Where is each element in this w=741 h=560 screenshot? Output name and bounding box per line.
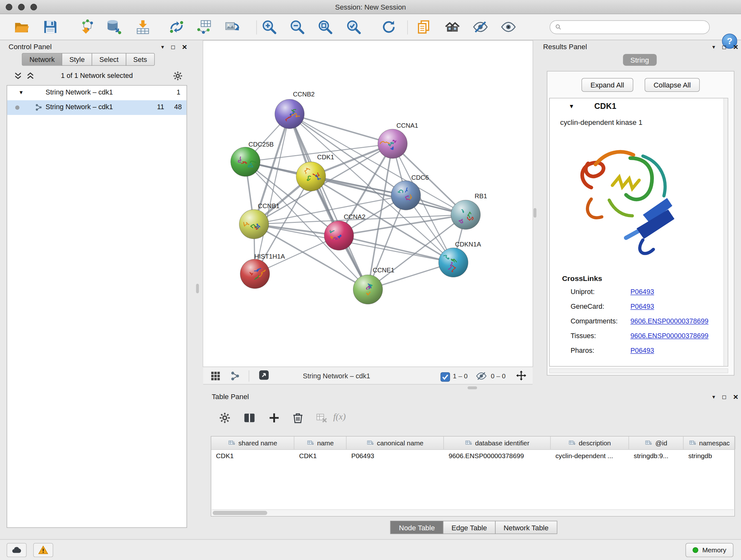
table-cell[interactable]: CDK1 — [211, 450, 294, 463]
hide-selected-icon[interactable] — [471, 17, 490, 37]
network-node[interactable] — [240, 259, 270, 289]
import-network-database-icon[interactable] — [105, 17, 124, 37]
column-header-canonical-name[interactable]: canonical name — [347, 436, 444, 449]
table-cell[interactable]: stringdb — [684, 450, 735, 463]
panel-close-icon[interactable]: × — [182, 42, 187, 52]
collapse-all-button[interactable]: Collapse All — [645, 78, 700, 91]
panel-menu-icon[interactable]: ▾ — [712, 42, 715, 52]
network-edge[interactable] — [289, 114, 367, 290]
zoom-out-icon[interactable] — [287, 17, 307, 37]
tab-node-table[interactable]: Node Table — [390, 521, 443, 534]
search-input[interactable] — [565, 23, 704, 31]
tab-network-table[interactable]: Network Table — [495, 521, 557, 534]
crosslink-link[interactable]: P06493 — [630, 347, 654, 354]
panel-menu-icon[interactable]: ▾ — [161, 42, 164, 52]
network-tree-row[interactable]: ▼String Network – cdk11 — [7, 85, 186, 100]
birdseye-view-icon[interactable] — [210, 370, 221, 382]
column-header-shared-name[interactable]: shared name — [211, 436, 294, 449]
results-horizontal-scrollbar[interactable] — [549, 368, 728, 373]
table-cell[interactable]: 9606.ENSP00000378699 — [444, 450, 551, 463]
column-header--id[interactable]: @id — [629, 436, 684, 449]
main-toolbar: ? — [0, 14, 741, 40]
gear-icon[interactable] — [218, 412, 231, 424]
collapse-caret-icon[interactable]: ▼ — [18, 89, 23, 95]
string-network-icon[interactable] — [230, 370, 241, 382]
column-header-description[interactable]: description — [551, 436, 629, 449]
network-node[interactable] — [391, 181, 421, 210]
network-from-selection-icon[interactable] — [167, 17, 186, 37]
network-node[interactable] — [239, 209, 269, 239]
table-horizontal-scrollbar[interactable] — [212, 509, 734, 515]
column-header-database-identifier[interactable]: database identifier — [444, 436, 551, 449]
right-splitter-handle[interactable] — [534, 208, 536, 218]
panel-close-icon[interactable]: × — [733, 392, 738, 402]
import-network-file-icon[interactable] — [77, 17, 96, 37]
warnings-button[interactable] — [33, 543, 53, 557]
delete-row-icon[interactable] — [291, 412, 304, 424]
crosslink-link[interactable]: P06493 — [630, 303, 654, 310]
tab-network[interactable]: Network — [22, 53, 62, 66]
zoom-selected-icon[interactable] — [344, 17, 363, 37]
network-edge[interactable] — [339, 236, 453, 262]
crosslink-link[interactable]: 9606.ENSP00000378699 — [630, 317, 709, 325]
zoom-fit-icon[interactable] — [316, 17, 335, 37]
table-cell[interactable]: P06493 — [347, 450, 444, 463]
network-edge[interactable] — [289, 114, 393, 144]
zoom-in-icon[interactable] — [260, 17, 279, 37]
import-table-file-icon[interactable] — [133, 17, 152, 37]
column-header-namespac[interactable]: namespac — [684, 436, 735, 449]
network-node[interactable] — [353, 275, 383, 304]
table-cell[interactable]: stringdb:9... — [629, 450, 684, 463]
open-in-viewer-icon[interactable] — [258, 369, 272, 382]
panel-close-icon[interactable]: × — [733, 42, 738, 52]
section-collapse-icon[interactable]: ▼ — [569, 103, 575, 110]
crosslink-link[interactable]: P06493 — [630, 288, 654, 296]
panel-float-icon[interactable]: ◻ — [722, 392, 727, 402]
network-canvas[interactable]: CCNB2CCNA1CDC25BCDK1CDC6RB1CCNB1CCNA2CDK… — [203, 41, 533, 367]
network-node[interactable] — [451, 200, 480, 230]
network-edge[interactable] — [255, 114, 290, 274]
network-node[interactable] — [231, 147, 260, 177]
network-node[interactable] — [324, 221, 354, 250]
table-cell[interactable]: CDK1 — [294, 450, 347, 463]
tab-sets[interactable]: Sets — [126, 53, 155, 66]
panel-float-icon[interactable]: ◻ — [722, 42, 727, 52]
show-all-icon[interactable] — [499, 17, 518, 37]
left-splitter-handle[interactable] — [196, 284, 199, 294]
move-tool-icon[interactable] — [515, 370, 528, 382]
search-box[interactable] — [550, 20, 710, 34]
column-header-name[interactable]: name — [294, 436, 347, 449]
network-node[interactable] — [275, 99, 304, 129]
save-session-icon[interactable] — [41, 17, 60, 37]
apply-layout-icon[interactable] — [380, 17, 399, 37]
tab-edge-table[interactable]: Edge Table — [443, 521, 495, 534]
results-tab-string[interactable]: String — [623, 54, 657, 66]
cloud-button[interactable] — [7, 543, 26, 557]
expand-all-button[interactable]: Expand All — [582, 78, 633, 91]
table-row[interactable]: CDK1CDK1P064939606.ENSP00000378699cyclin… — [211, 450, 734, 463]
network-node[interactable] — [378, 129, 407, 159]
first-neighbors-icon[interactable] — [443, 17, 462, 37]
crosslink-link[interactable]: 9606.ENSP00000378699 — [630, 332, 709, 340]
tab-select[interactable]: Select — [92, 53, 126, 66]
tab-style[interactable]: Style — [62, 53, 92, 66]
selected-checkbox-icon[interactable] — [440, 371, 449, 381]
network-node[interactable] — [296, 162, 326, 191]
scrollbar-thumb[interactable] — [212, 511, 267, 515]
gear-icon[interactable] — [172, 71, 183, 81]
network-tree-row[interactable]: String Network – cdk11148 — [7, 100, 186, 115]
bottom-splitter-handle[interactable] — [468, 386, 477, 389]
add-row-icon[interactable] — [268, 412, 280, 424]
open-session-icon[interactable] — [12, 17, 31, 37]
export-network-image-icon[interactable] — [223, 17, 242, 37]
network-node[interactable] — [439, 248, 468, 277]
network-table-icon[interactable] — [195, 17, 214, 37]
protein-name: CDK1 — [594, 102, 616, 111]
memory-button[interactable]: Memory — [686, 543, 734, 557]
columns-icon[interactable] — [243, 412, 256, 424]
panel-float-icon[interactable]: ◻ — [171, 42, 176, 52]
panel-menu-icon[interactable]: ▾ — [712, 392, 715, 402]
results-vertical-scrollbar[interactable] — [724, 98, 728, 366]
duplicate-network-icon[interactable] — [414, 17, 434, 37]
table-cell[interactable]: cyclin-dependent ... — [551, 450, 629, 463]
